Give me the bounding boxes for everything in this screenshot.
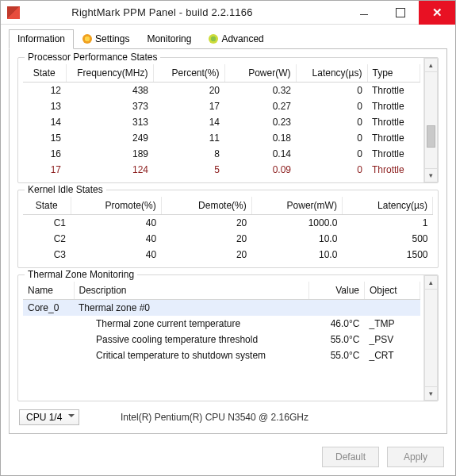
group-legend: Processor Performance States	[25, 52, 160, 63]
tabstrip: Information Settings Monitoring Advanced	[1, 25, 455, 48]
tab-label: Settings	[95, 33, 129, 44]
cell-power: 10.0	[251, 231, 342, 247]
col-power[interactable]: Power(W)	[224, 64, 296, 83]
col-freq[interactable]: Frequency(MHz)	[66, 64, 153, 83]
group-idle: Kernel Idle States State Promote(%) Demo…	[17, 190, 439, 268]
table-row[interactable]: 1618980.140Throttle	[23, 146, 420, 162]
col-desc[interactable]: Description	[74, 282, 309, 300]
cell-power: 0.09	[224, 162, 296, 178]
table-row[interactable]: C140201000.01	[23, 215, 433, 232]
scroll-down-icon[interactable]: ▾	[424, 168, 438, 182]
cell-state: 14	[23, 114, 66, 130]
col-type[interactable]: Type	[367, 64, 420, 83]
cell-freq: 189	[66, 146, 153, 162]
scroll-down-icon[interactable]: ▾	[424, 386, 438, 401]
cpu-select-value: CPU 1/4	[26, 412, 62, 423]
cell-type: Throttle	[367, 130, 420, 146]
table-row[interactable]: 15249110.180Throttle	[23, 130, 420, 146]
tab-monitoring[interactable]: Monitoring	[138, 29, 200, 48]
cell-freq: 373	[66, 98, 153, 114]
tab-advanced[interactable]: Advanced	[200, 29, 272, 48]
table-row[interactable]: Passive cooling temperature threshold55.…	[23, 332, 420, 347]
cell-state: C1	[23, 215, 71, 232]
table-row[interactable]: C2402010.0500	[23, 231, 433, 247]
cell-name: Core_0	[23, 300, 74, 317]
advanced-icon	[209, 34, 218, 44]
col-lat[interactable]: Latency(µs)	[296, 64, 367, 83]
cell-value: 55.0°C	[309, 347, 365, 363]
col-value[interactable]: Value	[309, 282, 365, 300]
window-title: RightMark PPM Panel - build 2.2.1166	[0, 6, 346, 18]
group-ppstates: Processor Performance States State Frequ…	[17, 57, 439, 183]
cell-lat: 0	[296, 114, 367, 130]
cell-type: Throttle	[367, 146, 420, 162]
col-lat[interactable]: Latency(µs)	[342, 197, 432, 215]
cell-demote: 20	[161, 247, 251, 263]
cell-state: 16	[23, 146, 66, 162]
cpu-select[interactable]: CPU 1/4	[19, 409, 79, 425]
table-row[interactable]: 14313140.230Throttle	[23, 114, 420, 130]
col-state[interactable]: State	[23, 197, 71, 215]
tab-panel-information: Processor Performance States State Frequ…	[9, 48, 447, 434]
table-row[interactable]: 1712450.090Throttle	[23, 162, 420, 178]
cell-pct: 20	[153, 83, 224, 99]
table-row[interactable]: Core_0Thermal zone #0	[23, 300, 420, 317]
cell-value	[309, 300, 365, 317]
cpu-model-label: Intel(R) Pentium(R) CPU N3540 @ 2.16GHz	[121, 412, 308, 423]
tab-settings[interactable]: Settings	[74, 29, 138, 48]
titlebar: RightMark PPM Panel - build 2.2.1166	[1, 1, 455, 25]
col-demote[interactable]: Demote(%)	[161, 197, 251, 215]
tab-information[interactable]: Information	[9, 29, 74, 49]
col-name[interactable]: Name	[23, 282, 74, 300]
cell-lat: 500	[342, 231, 432, 247]
cell-type: Throttle	[367, 98, 420, 114]
default-button[interactable]: Default	[322, 447, 379, 467]
maximize-button[interactable]	[382, 1, 419, 25]
cell-demote: 20	[161, 215, 251, 232]
minimize-button[interactable]	[346, 1, 382, 25]
col-object[interactable]: Object	[365, 282, 420, 300]
cell-lat: 0	[296, 83, 367, 99]
scroll-track[interactable]	[424, 72, 438, 168]
col-power[interactable]: Power(mW)	[251, 197, 342, 215]
scroll-up-icon[interactable]: ▴	[424, 275, 438, 290]
thermal-scrollbar[interactable]: ▴ ▾	[423, 275, 438, 401]
tab-label: Information	[17, 33, 65, 44]
table-row[interactable]: 12438200.320Throttle	[23, 83, 420, 99]
cell-demote: 20	[161, 231, 251, 247]
cell-state: 15	[23, 130, 66, 146]
cell-lat: 0	[296, 162, 367, 178]
scroll-up-icon[interactable]: ▴	[424, 58, 438, 72]
app-window: RightMark PPM Panel - build 2.2.1166 Inf…	[0, 0, 456, 476]
cell-type: Throttle	[367, 83, 420, 99]
col-promote[interactable]: Promote(%)	[71, 197, 161, 215]
cell-name	[23, 316, 74, 332]
ppstates-scrollbar[interactable]: ▴ ▾	[423, 58, 438, 182]
cell-object: _CRT	[365, 347, 420, 363]
cell-lat: 0	[296, 98, 367, 114]
cell-desc: Thermal zone #0	[74, 300, 309, 317]
ppstates-table: State Frequency(MHz) Percent(%) Power(W)…	[23, 64, 420, 178]
cell-pct: 14	[153, 114, 224, 130]
cell-freq: 438	[66, 83, 153, 99]
scroll-track[interactable]	[424, 290, 438, 386]
scroll-thumb[interactable]	[427, 125, 435, 148]
col-state[interactable]: State	[23, 64, 66, 83]
tab-label: Monitoring	[147, 33, 191, 44]
table-row[interactable]: 13373170.270Throttle	[23, 98, 420, 114]
thermal-table: Name Description Value Object Core_0Ther…	[23, 282, 420, 363]
cell-pct: 8	[153, 146, 224, 162]
cell-name	[23, 347, 74, 363]
group-thermal: Thermal Zone Monitoring Name Description…	[17, 274, 439, 401]
cell-promote: 40	[71, 247, 161, 263]
apply-button[interactable]: Apply	[387, 447, 444, 467]
table-row[interactable]: Thermal zone current temperature46.0°C_T…	[23, 316, 420, 332]
group-legend: Thermal Zone Monitoring	[25, 269, 137, 280]
close-button[interactable]	[419, 1, 455, 25]
table-row[interactable]: Critical temperature to shutdown system5…	[23, 347, 420, 363]
col-pct[interactable]: Percent(%)	[153, 64, 224, 83]
table-row[interactable]: C3402010.01500	[23, 247, 433, 263]
cell-power: 10.0	[251, 247, 342, 263]
cell-power: 0.23	[224, 114, 296, 130]
cell-freq: 313	[66, 114, 153, 130]
